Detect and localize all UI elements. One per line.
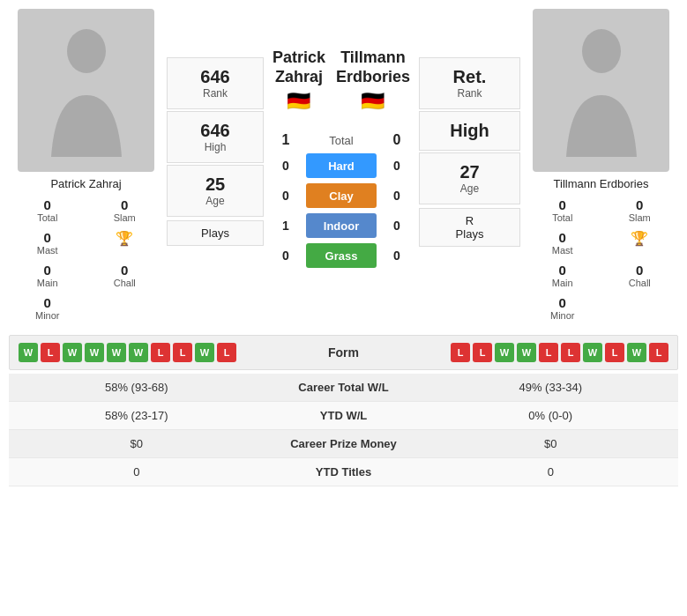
right-mast-label: Mast bbox=[552, 245, 573, 256]
right-total-value: 0 bbox=[559, 197, 566, 212]
clay-left-score: 0 bbox=[273, 189, 299, 203]
form-badge-w: W bbox=[19, 343, 38, 362]
left-slam-label: Slam bbox=[114, 212, 136, 223]
grass-left-score: 0 bbox=[273, 249, 299, 263]
right-main-value: 0 bbox=[559, 263, 566, 278]
svg-point-1 bbox=[582, 29, 621, 73]
right-high-block: High bbox=[419, 111, 520, 151]
header-names-row: Patrick Zahraj 🇩🇪 Tillmann Erdbories 🇩🇪 bbox=[267, 40, 415, 122]
left-header-name-line2: Zahraj bbox=[275, 68, 323, 87]
left-trophy-icon: 🏆 bbox=[116, 230, 133, 247]
right-slam-value: 0 bbox=[636, 197, 643, 212]
center-rank-value: 646 bbox=[168, 67, 263, 87]
center-high-label: High bbox=[168, 141, 263, 153]
left-slam-value: 0 bbox=[121, 197, 128, 212]
career-prize-label: Career Prize Money bbox=[265, 437, 423, 450]
total-right-score: 0 bbox=[384, 132, 410, 148]
center-stats-panel: 646 Rank 646 High 25 Age Plays bbox=[167, 9, 264, 324]
right-player-name: Tillmann Erdbories bbox=[554, 177, 649, 190]
career-prize-row: $0 Career Prize Money $0 bbox=[9, 430, 678, 458]
right-header-name-line1: Tillmann bbox=[340, 48, 406, 68]
career-wl-label: Career Total W/L bbox=[265, 381, 423, 394]
indoor-surface-button[interactable]: Indoor bbox=[306, 213, 377, 238]
left-main-value: 0 bbox=[44, 263, 51, 278]
form-badge-w: W bbox=[583, 343, 602, 362]
right-slam-label: Slam bbox=[629, 212, 651, 223]
right-rank-label: Rank bbox=[420, 87, 519, 100]
right-age-value: 27 bbox=[420, 162, 519, 182]
right-high-value: High bbox=[420, 121, 519, 141]
center-rank-block: 646 Rank bbox=[167, 57, 264, 109]
hard-surface-row: 0 Hard 0 bbox=[267, 153, 415, 178]
ytd-wl-label: YTD W/L bbox=[265, 409, 423, 422]
right-rank-value: Ret. bbox=[420, 67, 519, 87]
ytd-wl-left: 58% (23-17) bbox=[9, 409, 265, 422]
left-mast-cell: 0 Mast bbox=[9, 226, 86, 259]
right-trophy-icon: 🏆 bbox=[631, 230, 648, 247]
form-badge-l: L bbox=[173, 343, 192, 362]
indoor-left-score: 1 bbox=[273, 219, 299, 233]
form-badge-l: L bbox=[561, 343, 580, 362]
form-badge-w: W bbox=[107, 343, 126, 362]
left-total-cell: 0 Total bbox=[9, 194, 86, 226]
form-badge-l: L bbox=[451, 343, 470, 362]
center-high-block: 646 High bbox=[167, 111, 264, 163]
left-minor-cell: 0 Minor bbox=[9, 292, 86, 324]
left-chall-label: Chall bbox=[114, 278, 136, 288]
indoor-surface-row: 1 Indoor 0 bbox=[267, 213, 415, 238]
right-form-badges: LLWWLLWLWL bbox=[451, 343, 668, 362]
right-minor-cell: 0 Minor bbox=[524, 292, 601, 324]
left-avatar-silhouette bbox=[42, 25, 131, 157]
right-mast-cell: 0 Mast bbox=[524, 226, 601, 259]
form-badge-l: L bbox=[217, 343, 236, 362]
ytd-titles-label: YTD Titles bbox=[265, 465, 423, 479]
main-container: Patrick Zahraj 0 Total 0 Slam 0 Mast 🏆 bbox=[0, 0, 687, 486]
form-badge-w: W bbox=[517, 343, 536, 362]
right-plays-value: R bbox=[420, 214, 519, 227]
form-badge-w: W bbox=[129, 343, 148, 362]
hard-surface-button[interactable]: Hard bbox=[306, 153, 377, 178]
right-plays-label: Plays bbox=[420, 227, 519, 241]
ytd-titles-left: 0 bbox=[9, 465, 265, 479]
career-wl-row: 58% (93-68) Career Total W/L 49% (33-34) bbox=[9, 374, 678, 402]
right-minor-label: Minor bbox=[550, 310, 575, 321]
career-wl-left: 58% (93-68) bbox=[9, 381, 265, 394]
right-player-avatar bbox=[533, 9, 669, 172]
form-label: Form bbox=[328, 345, 359, 360]
career-wl-right: 49% (33-34) bbox=[423, 381, 679, 394]
form-badge-w: W bbox=[627, 343, 646, 362]
hard-right-score: 0 bbox=[384, 159, 410, 173]
right-total-label: Total bbox=[552, 212, 572, 223]
left-minor-label: Minor bbox=[35, 310, 60, 321]
left-main-label: Main bbox=[37, 278, 58, 288]
clay-surface-button[interactable]: Clay bbox=[306, 183, 377, 208]
left-total-value: 0 bbox=[44, 197, 51, 212]
clay-surface-row: 0 Clay 0 bbox=[267, 183, 415, 208]
left-main-full-cell: 0 Main bbox=[9, 259, 86, 292]
form-section: WLWWWWLLWL Form LLWWLLWLWL bbox=[9, 335, 678, 370]
ytd-wl-right: 0% (0-0) bbox=[423, 409, 679, 422]
career-prize-right: $0 bbox=[423, 437, 679, 450]
form-badge-l: L bbox=[539, 343, 558, 362]
center-rank-label: Rank bbox=[168, 87, 263, 100]
center-plays-label: Plays bbox=[168, 226, 263, 240]
svg-point-0 bbox=[67, 29, 106, 73]
hard-left-score: 0 bbox=[273, 159, 299, 173]
form-badge-w: W bbox=[63, 343, 82, 362]
grass-right-score: 0 bbox=[384, 249, 410, 263]
ytd-titles-row: 0 YTD Titles 0 bbox=[9, 458, 678, 486]
right-age-label: Age bbox=[420, 182, 519, 195]
right-total-cell: 0 Total bbox=[524, 194, 601, 226]
left-mast-label: Mast bbox=[37, 245, 58, 256]
left-stats-grid: 0 Total 0 Slam 0 Mast 🏆 0 Main bbox=[9, 194, 163, 324]
total-row: 1 Total 0 bbox=[267, 132, 415, 148]
grass-surface-row: 0 Grass 0 bbox=[267, 243, 415, 268]
center-age-value: 25 bbox=[168, 174, 263, 195]
right-header-name-line2: Erdbories bbox=[336, 68, 410, 87]
left-trophy-cell: 🏆 bbox=[86, 226, 164, 259]
right-main-full-cell: 0 Main bbox=[524, 259, 601, 292]
grass-surface-button[interactable]: Grass bbox=[306, 243, 377, 268]
surface-column: Patrick Zahraj 🇩🇪 Tillmann Erdbories 🇩🇪 … bbox=[267, 9, 415, 324]
left-player-avatar bbox=[18, 9, 154, 172]
form-badge-w: W bbox=[495, 343, 514, 362]
